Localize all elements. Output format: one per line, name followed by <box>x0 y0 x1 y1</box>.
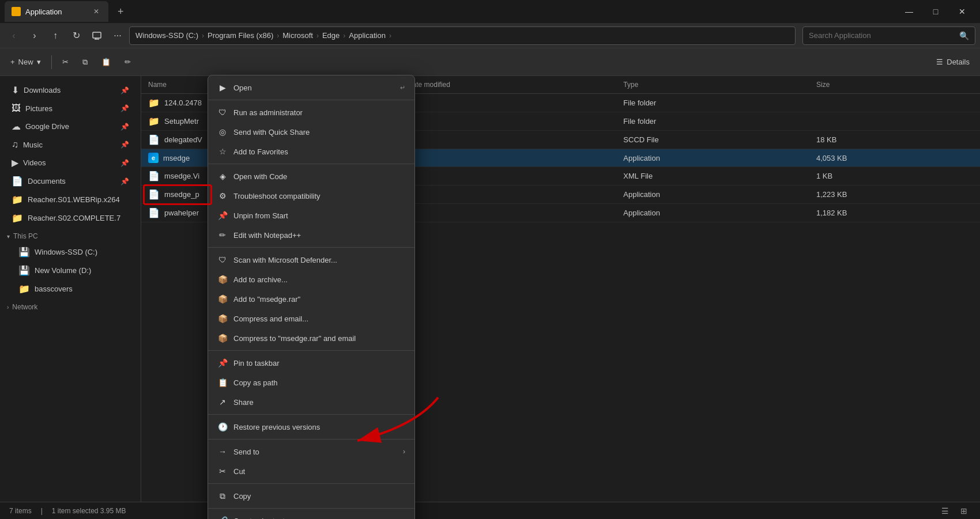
table-row[interactable]: 📄msedge.Vi XML File 1 KB <box>141 167 980 185</box>
breadcrumb-microsoft[interactable]: Microsoft <box>282 31 313 40</box>
close-button[interactable]: ✕ <box>949 2 975 21</box>
sidebar-item-videos[interactable]: ▶ Videos 📌 <box>2 154 138 172</box>
toolbar: + New ▾ ✂ ⧉ 📋 ✏ ☰ Details <box>0 48 980 76</box>
pin-icon-docs: 📌 <box>120 177 129 185</box>
file-type: Application <box>616 204 809 222</box>
details-label: Details <box>947 58 970 66</box>
details-button[interactable]: ☰ Details <box>930 55 975 69</box>
sidebar-label-downloads: Downloads <box>24 86 61 94</box>
up-button[interactable]: ↑ <box>46 26 65 45</box>
cut-button[interactable]: ✂ <box>56 55 74 69</box>
sidebar-item-downloads[interactable]: ⬇ Downloads 📌 <box>2 81 138 99</box>
paste-button[interactable]: 📋 <box>96 55 116 69</box>
refresh-button[interactable]: ↻ <box>67 26 85 45</box>
table-row[interactable]: emsedge Application 4,053 KB <box>141 149 980 167</box>
downloads-icon: ⬇ <box>12 85 19 96</box>
new-label: New <box>18 58 33 66</box>
videos-icon: ▶ <box>12 157 18 168</box>
search-bar[interactable]: 🔍 <box>802 26 975 45</box>
svg-rect-0 <box>93 32 101 38</box>
pin-icon-pictures: 📌 <box>120 104 129 112</box>
new-tab-button[interactable]: + <box>113 6 129 18</box>
sidebar-label-videos: Videos <box>23 158 46 167</box>
file-type: File folder <box>616 112 809 131</box>
sidebar-item-windows-ssd[interactable]: 💾 Windows-SSD (C:) <box>2 243 138 261</box>
search-icon: 🔍 <box>959 31 969 40</box>
view-controls: ☰ ⊞ <box>938 505 971 517</box>
address-bar[interactable]: Windows-SSD (C:) › Program Files (x86) ›… <box>129 26 796 45</box>
toolbar-separator <box>51 55 52 69</box>
sidebar-item-documents[interactable]: 📄 Documents 📌 <box>2 172 138 190</box>
col-name[interactable]: Name <box>141 76 401 94</box>
file-type: XML File <box>616 167 809 185</box>
file-icon: 📄 <box>148 134 160 145</box>
rename-icon: ✏ <box>125 58 131 66</box>
table-row[interactable]: 📄delegatedV SCCD File 18 KB <box>141 131 980 149</box>
main-area: ⬇ Downloads 📌 🖼 Pictures 📌 ☁ Google Driv… <box>0 76 980 502</box>
sidebar-label-pictures: Pictures <box>25 104 52 113</box>
network-section[interactable]: › Network <box>0 298 141 313</box>
grid-view-button[interactable]: ⊞ <box>957 505 971 517</box>
window-controls: — □ ✕ <box>896 2 975 21</box>
sidebar-item-basscovers[interactable]: 📁 basscovers <box>2 280 138 298</box>
table-row[interactable]: 📄msedge_p Application 1,223 KB <box>141 185 980 204</box>
file-size <box>809 112 980 131</box>
col-type[interactable]: Type <box>616 76 809 94</box>
network-chevron: › <box>7 304 9 310</box>
tab-close-button[interactable]: ✕ <box>91 6 101 17</box>
sidebar-item-pictures[interactable]: 🖼 Pictures 📌 <box>2 100 138 117</box>
paste-icon: 📋 <box>101 58 111 66</box>
sidebar-label-new-volume: New Volume (D:) <box>35 266 91 275</box>
sidebar-label-reacher2: Reacher.S02.COMPLETE.7 <box>28 214 120 222</box>
breadcrumb-application[interactable]: Application <box>349 31 386 40</box>
file-size <box>809 94 980 112</box>
search-input[interactable] <box>809 31 957 40</box>
folder-icon: 📁 <box>148 116 160 127</box>
rename-button[interactable]: ✏ <box>119 55 137 69</box>
file-type: File folder <box>616 94 809 112</box>
section-label-this-pc: This PC <box>13 232 38 240</box>
col-modified[interactable]: Date modified <box>401 76 616 94</box>
breadcrumb-edge[interactable]: Edge <box>322 31 340 40</box>
sidebar-label-documents: Documents <box>28 177 66 185</box>
file-type: SCCD File <box>616 131 809 149</box>
table-row[interactable]: 📄pwahelper Application 1,182 KB <box>141 204 980 222</box>
forward-button[interactable]: › <box>25 26 44 45</box>
more-button[interactable]: ··· <box>108 26 127 45</box>
nav-bar: ‹ › ↑ ↻ ··· Windows-SSD (C:) › Program F… <box>0 23 980 48</box>
table-row[interactable]: 📁124.0.2478 File folder <box>141 94 980 112</box>
file-icon: 📄 <box>148 189 160 200</box>
this-pc-section[interactable]: ▾ This PC <box>0 228 141 243</box>
maximize-button[interactable]: □ <box>922 2 949 21</box>
table-row[interactable]: 📁SetupMetr File folder <box>141 112 980 131</box>
file-name: pwahelper <box>164 209 199 217</box>
sidebar-item-reacher2[interactable]: 📁 Reacher.S02.COMPLETE.7 <box>2 209 138 227</box>
selected-info: 1 item selected 3.95 MB <box>52 507 126 515</box>
active-tab[interactable]: Application ✕ <box>5 1 108 22</box>
file-size: 18 KB <box>809 131 980 149</box>
new-button[interactable]: + New ▾ <box>5 55 47 69</box>
file-modified <box>401 185 616 204</box>
col-size[interactable]: Size <box>809 76 980 94</box>
items-count: 7 items <box>9 507 32 515</box>
sidebar-item-reacher1[interactable]: 📁 Reacher.S01.WEBRip.x264 <box>2 191 138 209</box>
pin-icon-music: 📌 <box>120 141 129 149</box>
file-modified <box>401 94 616 112</box>
sidebar-item-new-volume[interactable]: 💾 New Volume (D:) <box>2 262 138 279</box>
music-icon: ♫ <box>12 139 18 150</box>
sidebar-label-reacher1: Reacher.S01.WEBRip.x264 <box>28 195 120 204</box>
breadcrumb-windows-ssd[interactable]: Windows-SSD (C:) <box>135 31 198 40</box>
copy-button[interactable]: ⧉ <box>77 55 93 69</box>
back-button[interactable]: ‹ <box>5 26 23 45</box>
list-view-button[interactable]: ☰ <box>938 505 952 517</box>
sidebar-item-music[interactable]: ♫ Music 📌 <box>2 136 138 153</box>
file-type: Application <box>616 149 809 167</box>
file-modified <box>401 204 616 222</box>
folder-icon-reacher2: 📁 <box>12 213 23 223</box>
desktop-button[interactable] <box>88 26 106 45</box>
folder-icon: 📁 <box>148 97 160 108</box>
sidebar-item-google-drive[interactable]: ☁ Google Drive 📌 <box>2 118 138 135</box>
breadcrumb-program-files[interactable]: Program Files (x86) <box>208 31 273 40</box>
minimize-button[interactable]: — <box>896 2 922 21</box>
tab-title: Application <box>25 7 62 16</box>
